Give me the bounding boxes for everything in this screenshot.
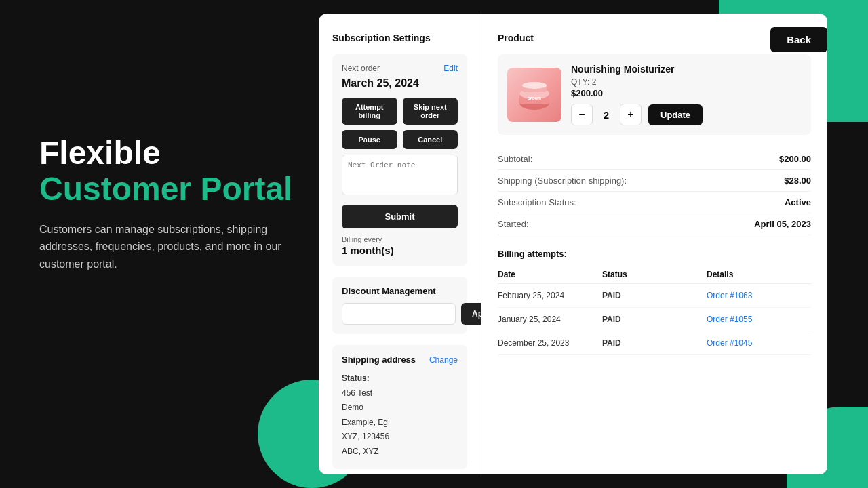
shipping-line-1: 456 Test xyxy=(342,386,458,401)
hero-line1: Flexible xyxy=(39,135,161,171)
product-title: Product xyxy=(498,33,811,43)
product-qty: QTY: 2 xyxy=(571,77,802,87)
billing-every-label: Billing every xyxy=(342,235,458,243)
product-price: $200.00 xyxy=(571,88,802,98)
product-name: Nourishing Moisturizer xyxy=(571,64,802,75)
back-button[interactable]: Back xyxy=(770,27,827,52)
hero-line2: Customer Portal xyxy=(39,171,292,207)
cancel-button[interactable]: Cancel xyxy=(403,130,458,149)
svg-point-5 xyxy=(522,82,547,89)
row-date-1: January 25, 2024 xyxy=(498,314,602,324)
shipping-line-2: Demo xyxy=(342,401,458,415)
shipping-line-3: Example, Eg xyxy=(342,415,458,430)
billing-rows: February 25, 2024 PAID Order #1063 Janua… xyxy=(498,284,811,355)
qty-increase-button[interactable]: + xyxy=(620,104,642,125)
svg-text:cream: cream xyxy=(528,96,542,100)
subtotal-value: $200.00 xyxy=(779,154,811,164)
row-status-2: PAID xyxy=(602,338,707,348)
col-status: Status xyxy=(602,270,707,279)
started-value: April 05, 2023 xyxy=(754,219,811,229)
next-order-label: Next order xyxy=(342,64,380,73)
discount-title: Discount Management xyxy=(342,286,458,296)
col-date: Date xyxy=(498,270,602,279)
submit-button[interactable]: Submit xyxy=(342,205,458,228)
row-status-0: PAID xyxy=(602,291,707,300)
table-header: Date Status Details xyxy=(498,266,811,284)
skip-next-order-button[interactable]: Skip next order xyxy=(403,98,458,125)
next-order-date: March 25, 2024 xyxy=(342,77,458,89)
edit-link[interactable]: Edit xyxy=(443,64,458,73)
qty-decrease-button[interactable]: − xyxy=(571,104,593,125)
col-details: Details xyxy=(707,270,811,279)
order-action-row-2: Pause Cancel xyxy=(342,130,458,149)
main-card: Subscription Settings Next order Edit Ma… xyxy=(319,14,827,474)
apply-button[interactable]: Apply xyxy=(461,303,481,325)
shipping-box: Shipping address Change Status: 456 Test… xyxy=(332,345,467,469)
product-column: Product cream Nourishing Moisturizer QTY… xyxy=(481,14,827,474)
shipping-line-4: XYZ, 123456 xyxy=(342,430,458,445)
shipping-title: Shipping address xyxy=(342,354,416,365)
status-value: Active xyxy=(785,197,811,207)
row-date-2: December 25, 2023 xyxy=(498,338,602,348)
discount-row: Apply xyxy=(342,303,458,325)
subtotal-row: Subtotal: $200.00 xyxy=(498,148,811,170)
qty-control: − 2 + Update xyxy=(571,104,802,125)
update-button[interactable]: Update xyxy=(648,104,703,125)
qty-value: 2 xyxy=(599,109,613,121)
shipping-label: Shipping (Subscription shipping): xyxy=(498,176,627,186)
started-label: Started: xyxy=(498,219,529,229)
change-link[interactable]: Change xyxy=(429,355,458,365)
status-row: Subscription Status: Active xyxy=(498,192,811,214)
settings-title: Subscription Settings xyxy=(332,33,467,43)
next-order-header: Next order Edit xyxy=(342,64,458,73)
hero-panel: Flexible Customer Portal Customers can m… xyxy=(39,136,311,272)
product-image: cream xyxy=(507,68,561,122)
discount-input[interactable] xyxy=(342,303,456,325)
billing-table: Billing attempts: Date Status Details Fe… xyxy=(498,249,811,355)
table-row: December 25, 2023 PAID Order #1045 xyxy=(498,331,811,355)
product-image-svg: cream xyxy=(514,75,555,115)
pause-button[interactable]: Pause xyxy=(342,130,397,149)
product-card: cream Nourishing Moisturizer QTY: 2 $200… xyxy=(498,54,811,135)
started-row: Started: April 05, 2023 xyxy=(498,214,811,235)
row-details-2[interactable]: Order #1045 xyxy=(707,338,811,348)
row-details-0[interactable]: Order #1063 xyxy=(707,291,811,300)
attempt-billing-button[interactable]: Attempt billing xyxy=(342,98,397,125)
product-info: Nourishing Moisturizer QTY: 2 $200.00 − … xyxy=(571,64,802,125)
shipping-value: $28.00 xyxy=(784,176,811,186)
row-details-1[interactable]: Order #1055 xyxy=(707,314,811,324)
shipping-header: Shipping address Change xyxy=(342,354,458,365)
table-row: January 25, 2024 PAID Order #1055 xyxy=(498,308,811,331)
settings-column: Subscription Settings Next order Edit Ma… xyxy=(319,14,481,474)
shipping-row: Shipping (Subscription shipping): $28.00 xyxy=(498,170,811,192)
shipping-line-5: ABC, XYZ xyxy=(342,445,458,460)
table-row: February 25, 2024 PAID Order #1063 xyxy=(498,284,811,308)
billing-attempts-label: Billing attempts: xyxy=(498,249,811,259)
status-label: Subscription Status: xyxy=(498,197,576,207)
next-order-box: Next order Edit March 25, 2024 Attempt b… xyxy=(332,54,467,266)
shipping-status: Status: xyxy=(342,371,458,386)
order-action-row-1: Attempt billing Skip next order xyxy=(342,98,458,125)
hero-description: Customers can manage subscriptions, ship… xyxy=(39,221,311,273)
billing-frequency: 1 month(s) xyxy=(342,245,458,256)
subtotal-label: Subtotal: xyxy=(498,154,532,164)
row-date-0: February 25, 2024 xyxy=(498,291,602,300)
hero-title: Flexible Customer Portal xyxy=(39,136,311,207)
discount-box: Discount Management Apply xyxy=(332,277,467,334)
order-note-textarea[interactable] xyxy=(342,155,458,195)
row-status-1: PAID xyxy=(602,314,707,324)
